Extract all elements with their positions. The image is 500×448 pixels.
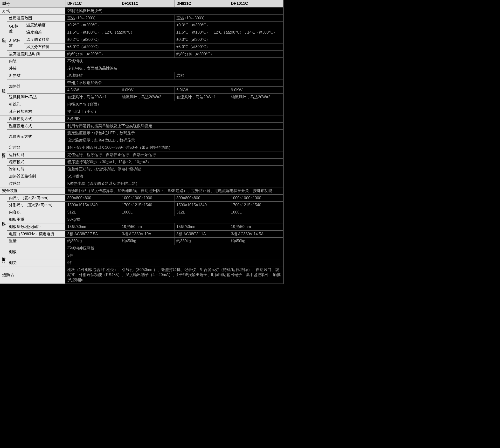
row-ctrl-prog: 程序模式 程序运行3段30步 （30步×1、15步×2、10步×3） <box>0 159 284 166</box>
heater-p1: 6.0KW <box>120 86 174 94</box>
row-ctrl-mode: 控制器 温度控制方式 3段PID <box>0 115 284 122</box>
row-other: 其它付加机构 排气风门（手动） <box>0 108 284 115</box>
cat-controller: 控制器 <box>0 115 7 187</box>
ctrl-prog-v: 程序运行3段30步 （30步×1、15步×2、10步×3） <box>65 159 284 166</box>
row-acc-shelf1: 附属品 棚板 不锈钢冲压网板 <box>0 245 284 252</box>
row-shelf-load: 棚板承重 30kg/层 <box>0 216 284 223</box>
ctrl-disp-v2: 设定温度显示：红色4位LED，数码显示 <box>65 137 284 144</box>
acc-support-label: 棚受 <box>7 259 65 266</box>
inner-dim-2: 800×800×800 <box>174 194 229 202</box>
acc-shelf-v1: 不锈钢冲压网板 <box>65 245 284 252</box>
shelf-cnt-label: 棚板层数/棚受间距 <box>7 223 65 230</box>
shelf-cnt-3: 19层/50mm <box>229 223 284 230</box>
heater-p0: 4.5KW <box>65 86 120 94</box>
row-inner-dim: 规格 内尺寸（宽×深×高mm） 800×800×800 1000×1000×10… <box>0 194 284 202</box>
volume-0: 512L <box>65 209 120 216</box>
jtm-adj-v2: ±0.3℃（at300℃） <box>174 36 284 43</box>
acc-shelf-label: 棚板 <box>7 245 65 259</box>
row-safety: 安全装置 自诊断回路（温度传感异常、加热器断线、自动过升防止、SSR短路）、过升… <box>0 187 284 194</box>
row-ctrl-loop: 加热器回路控制 SSR驱动 <box>0 173 284 180</box>
temp-range-v2: 室温+10～300℃ <box>174 15 284 22</box>
ctrl-add-v: 偏差修正功能、按键锁功能、停电补偿功能 <box>65 166 284 173</box>
ctrl-mode-v: 3段PID <box>65 115 284 122</box>
ctrl-loop-label: 加热器回路控制 <box>7 173 65 180</box>
safety-label: 安全装置 <box>0 187 65 194</box>
row-inner: 构成 内装 不锈钢板 <box>0 58 284 65</box>
row-jtm-adj: JTM标准 温度调节精度 ±0.2℃（at200℃） ±0.3℃（at300℃） <box>0 36 284 43</box>
shelf-load-v: 30kg/层 <box>65 216 284 223</box>
insul-v1: 玻璃纤维 <box>65 72 174 79</box>
power-1: 3相 AC380V 10A <box>120 230 174 238</box>
other-label: 其它付加机构 <box>7 108 65 115</box>
power-3: 3相 AC380V 14.5A <box>229 230 284 238</box>
volume-2: 512L <box>174 209 229 216</box>
gb-fluct-v2: ±0.3℃（at300℃） <box>174 22 284 29</box>
ctrl-timer-v: 1分～99小时59分以及100～999小时50分（带定时等待功能） <box>65 144 284 151</box>
inner-v: 不锈钢板 <box>65 58 284 65</box>
outer-v: 冷轧钢板，表面耐药品性涂装 <box>65 65 284 72</box>
row-ctrl-sensor: 传感器 K型热电偶（温度调节器以及过升防止器） <box>0 180 284 187</box>
row-method: 方式 强制送风循环与换气 <box>0 7 284 15</box>
outer-dim-2: 1500×1015×1340 <box>174 202 229 209</box>
ctrl-disp-label: 温度表示方式 <box>7 130 65 144</box>
row-power: 电源（50/60Hz）额定电流 3相 AC380V 7.5A 3相 AC380V… <box>0 230 284 238</box>
row-shelf-cnt: 棚板层数/棚受间距 15层/50mm 19层/50mm 15层/50mm 19层… <box>0 223 284 230</box>
acc-shelf-v2: 3件 <box>65 252 284 259</box>
heater-p3: 9.0KW <box>229 86 284 94</box>
ctrl-mode-label: 温度控制方式 <box>7 115 65 122</box>
gb-dev-v1: ±1.5℃（at100℃），±2℃（at200℃） <box>65 29 174 36</box>
fan-p2: 轴流风叶，马达20W×1 <box>174 94 229 101</box>
temp-range-label: 使用温度范围 <box>7 15 65 22</box>
gb-fluct-label: 温度波动度 <box>24 22 65 29</box>
spec-table: 型号 DF811C DF1011C DH811C DH1011C 方式 强制送风… <box>0 0 284 284</box>
method-value: 强制送风循环与换气 <box>65 7 284 15</box>
row-gb-dev: 温度偏差 ±1.5℃（at100℃），±2℃（at200℃） ±1.5℃（at1… <box>0 29 284 36</box>
shelf-cnt-1: 19层/50mm <box>120 223 174 230</box>
row-volume: 内容积 512L 1000L 512L 1000L <box>0 209 284 216</box>
insul-v2: 岩棉 <box>174 72 284 79</box>
inner-dim-1: 1000×1000×1000 <box>120 194 174 202</box>
gb-dev-label: 温度偏差 <box>24 29 65 36</box>
outer-label: 外装 <box>7 65 65 72</box>
inner-dim-0: 800×800×800 <box>65 194 120 202</box>
insul-label: 断热材 <box>7 72 65 79</box>
table-header-row: 型号 DF811C DF1011C DH811C DH1011C <box>0 0 284 7</box>
row-jtm-dist: 温度分布精度 ±3.0℃（at200℃） ±5.0℃（at300℃） <box>0 43 284 50</box>
ctrl-sensor-v: K型热电偶（温度调节器以及过升防止器） <box>65 180 284 187</box>
row-ctrl-set: 温度设定方式 利用专用运行功能菜单键以及上下键实现数码设定 <box>0 122 284 130</box>
cat-accessory: 附属品 <box>0 245 7 266</box>
row-heater-type: 加热器 带翅片不锈钢加热管 <box>0 79 284 86</box>
jtm-adj-label: 温度调节精度 <box>24 36 65 43</box>
option-v: 棚板（1件棚板包含2件棚受）、引线孔（30/50mm）、微型打印机、记录仪、组合… <box>65 266 284 284</box>
weight-0: 约350kg <box>65 238 120 245</box>
fan-p1: 轴流风叶，马达20W×2 <box>120 94 174 101</box>
ctrl-prog-label: 程序模式 <box>7 159 65 166</box>
outer-dim-3: 1700×1215×1540 <box>229 202 284 209</box>
shelf-cnt-2: 15层/50mm <box>174 223 229 230</box>
row-outer: 外装 冷轧钢板，表面耐药品性涂装 <box>0 65 284 72</box>
row-lead: 引线孔 内径30mm（背面） <box>0 101 284 108</box>
outer-dim-label: 外形尺寸（宽×深×高mm） <box>7 202 65 209</box>
outer-dim-1: 1700×1215×1540 <box>120 202 174 209</box>
gb-dev-v2: ±1.5℃（at100℃），±2℃（at200℃），±4℃（at300℃） <box>174 29 284 36</box>
row-insul: 断热材 玻璃纤维 岩棉 <box>0 72 284 79</box>
cat-spec: 规格 <box>0 194 7 245</box>
inner-label: 内装 <box>7 58 65 65</box>
model-col-3: DH1011C <box>229 0 284 7</box>
volume-1: 1000L <box>120 209 174 216</box>
gb-fluct-v1: ±0.2℃（at200℃） <box>65 22 174 29</box>
safety-v: 自诊断回路（温度传感异常、加热器断线、自动过升防止、SSR短路）、过升防止器、过… <box>65 187 284 194</box>
shelf-cnt-0: 15层/50mm <box>65 223 120 230</box>
jtm-dist-v1: ±3.0℃（at200℃） <box>65 43 174 50</box>
row-acc-support: 棚受 6件 <box>0 259 284 266</box>
ctrl-set-v: 利用专用运行功能菜单键以及上下键实现数码设定 <box>65 122 284 130</box>
temp-range-v1: 室温+10～200℃ <box>65 15 174 22</box>
fan-p0: 轴流风叶，马达20W×1 <box>65 94 120 101</box>
cat-performance: 性能 <box>0 15 7 58</box>
ctrl-timer-label: 定时器 <box>7 144 65 151</box>
weight-label: 重量 <box>7 238 65 245</box>
ctrl-set-label: 温度设定方式 <box>7 122 65 130</box>
jtm-dist-v2: ±5.0℃（at300℃） <box>174 43 284 50</box>
ctrl-loop-v: SSR驱动 <box>65 173 284 180</box>
reach-label: 最高温度到达时间 <box>7 50 65 58</box>
